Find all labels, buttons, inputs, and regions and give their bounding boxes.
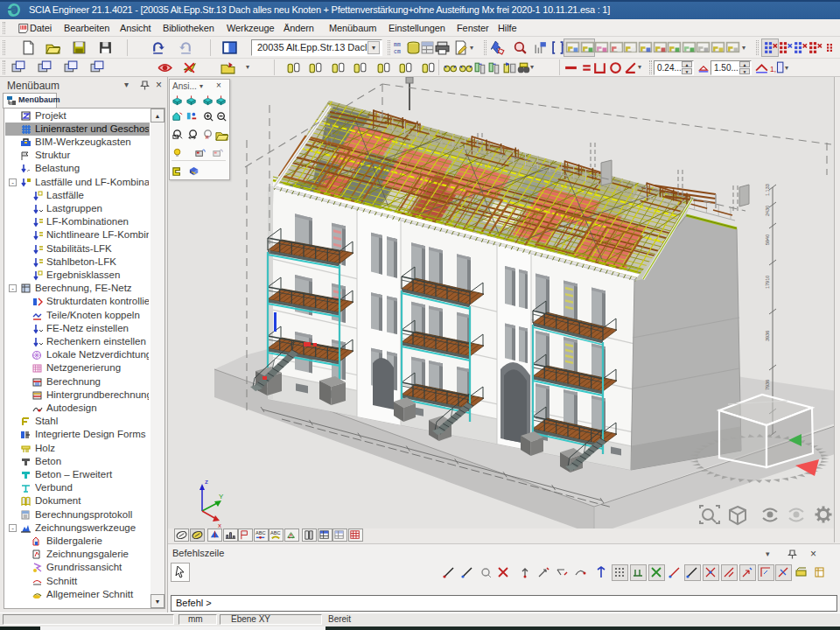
svg-text:x: x bbox=[218, 522, 221, 528]
svg-text:z: z bbox=[205, 478, 208, 486]
svg-text:3936: 3936 bbox=[765, 331, 770, 341]
svg-text:7936: 7936 bbox=[765, 380, 770, 390]
svg-text:mm: mm bbox=[394, 42, 401, 48]
svg-text:Y: Y bbox=[219, 493, 224, 500]
svg-text:cm: cm bbox=[394, 49, 401, 55]
svg-text:1.133: 1.133 bbox=[765, 184, 770, 196]
svg-text:17910: 17910 bbox=[765, 276, 770, 289]
svg-text:R: R bbox=[206, 135, 209, 140]
svg-text:5940: 5940 bbox=[765, 234, 770, 245]
svg-text:ABC: ABC bbox=[255, 530, 265, 536]
svg-text:ABC: ABC bbox=[270, 530, 281, 536]
svg-text:1,: 1, bbox=[770, 65, 776, 74]
svg-text:2430: 2430 bbox=[765, 206, 770, 216]
